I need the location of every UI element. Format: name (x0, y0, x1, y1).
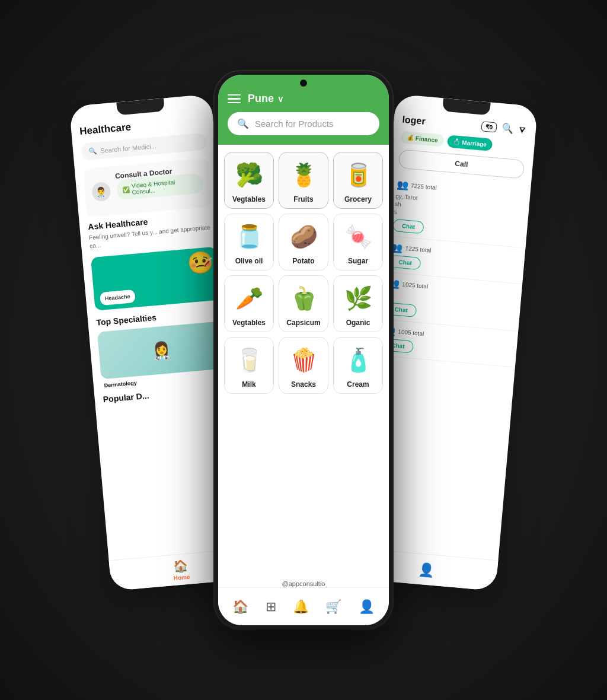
chat-btn-2[interactable]: Chat (389, 255, 421, 270)
expert-card-1: 👥 7225 total gy, Tarotshs Chat (384, 173, 531, 249)
chevron-down-icon: ∨ (277, 94, 283, 104)
expert-users-icon-2: 👥 (391, 241, 404, 254)
rupee-badge: ₹0 (481, 121, 497, 132)
phone-center-inner: Pune ∨ 🔍 Search for Products 🥦 Vegtables (218, 75, 389, 625)
nav-grid-icon: ⊞ (266, 599, 276, 615)
nav-cart-icon: 🛒 (325, 599, 341, 615)
scene: Healthcare 🔍 Search for Medici... 👨‍⚕️ C… (72, 53, 535, 647)
watermark: @appconsultio (282, 580, 325, 587)
product-card-vegetables[interactable]: 🥦 Vegtables (224, 152, 274, 209)
sugar-name: Sugar (348, 257, 368, 265)
center-notch (300, 79, 307, 87)
olive-oil-name: Olive oil (235, 257, 263, 265)
potato-image: 🥔 (285, 220, 322, 253)
chat-btn-1[interactable]: Chat (392, 219, 424, 234)
potato-name: Potato (292, 257, 314, 265)
grocery-image: 🥫 (339, 158, 377, 192)
symptom-chip: Headache (100, 289, 135, 306)
consult-avatar: 👨‍⚕️ (91, 182, 111, 202)
organic-image: 🌿 (339, 282, 377, 315)
symptom-figure: 🤒 (186, 249, 215, 276)
bloger-title: loger (402, 114, 426, 126)
milk-name: Milk (242, 380, 255, 389)
filter-icon[interactable]: ⛛ (517, 124, 528, 135)
consult-card[interactable]: 👨‍⚕️ Consult a Doctor ✅ Video & Hospital… (83, 158, 212, 217)
vegetables-2-name: Vegtables (232, 319, 266, 327)
marriage-icon: 💍 (453, 138, 461, 145)
nav-cart[interactable]: 🛒 (325, 599, 341, 615)
city-name: Pune (248, 93, 274, 105)
ask-healthcare: Ask Healthcare Feeling unwell? Tell us y… (88, 211, 215, 250)
expert-total-4: 1005 total (398, 328, 424, 337)
header-icons: ₹0 🔍 ⛛ (481, 120, 528, 136)
product-card-organic[interactable]: 🌿 Oganic (333, 275, 383, 332)
product-grid: 🥦 Vegtables 🍍 Fruits 🥫 Grocery (218, 145, 389, 577)
capsicum-name: Capsicum (286, 319, 320, 327)
expert-users-icon-1: 👥 (396, 179, 409, 191)
snacks-image: 🍿 (285, 343, 322, 377)
expert-total-3: 1025 total (402, 281, 429, 290)
symptom-card: 🤒 Headache (91, 247, 221, 311)
video-icon: ✅ (122, 186, 130, 193)
product-row-1: 🥦 Vegtables 🍍 Fruits 🥫 Grocery (224, 152, 383, 209)
product-card-snacks[interactable]: 🍿 Snacks (279, 337, 328, 394)
vegetables-image: 🥦 (230, 158, 268, 192)
product-row-4: 🥛 Milk 🍿 Snacks 🧴 Cream (224, 337, 383, 394)
vegetables-2-image: 🥕 (230, 282, 268, 315)
specialty-icon: 👩‍⚕️ (151, 339, 173, 361)
finance-icon: 💰 (407, 134, 414, 141)
center-bottom-nav: 🏠 ⊞ 🔔 🛒 👤 (218, 587, 389, 625)
organic-name: Oganic (346, 319, 370, 327)
specialty-card[interactable]: 👩‍⚕️ (97, 321, 226, 379)
nav-profile-icon: 👤 (359, 599, 375, 615)
milk-image: 🥛 (230, 343, 268, 377)
finance-label: Finance (415, 135, 438, 144)
nav-profile[interactable]: 👤 (359, 599, 375, 615)
call-label: Call (455, 160, 468, 169)
capsicum-image: 🫑 (285, 282, 322, 315)
home-icon: 🏠 (172, 558, 189, 574)
expert-total-2: 1225 total (405, 245, 432, 254)
cream-image: 🧴 (339, 343, 377, 377)
left-content: Healthcare 🔍 Search for Medici... 👨‍⚕️ C… (71, 107, 238, 412)
left-search-icon: 🔍 (88, 147, 97, 155)
vegetables-name: Vegtables (232, 195, 266, 203)
product-card-milk[interactable]: 🥛 Milk (224, 337, 274, 394)
product-card-grocery[interactable]: 🥫 Grocery (333, 152, 383, 209)
marriage-label: Marriage (462, 139, 487, 148)
cream-name: Cream (347, 380, 369, 389)
product-card-potato[interactable]: 🥔 Potato (279, 214, 328, 271)
search-icon[interactable]: 🔍 (501, 122, 514, 135)
product-card-fruits[interactable]: 🍍 Fruits (279, 152, 328, 209)
search-bar[interactable]: 🔍 Search for Products (228, 112, 379, 135)
nav-grid[interactable]: ⊞ (266, 599, 276, 615)
product-row-2: 🫙 Olive oil 🥔 Potato 🍬 Sugar (224, 214, 383, 271)
nav-home[interactable]: 🏠 (232, 599, 248, 615)
olive-oil-image: 🫙 (230, 220, 268, 253)
product-card-olive-oil[interactable]: 🫙 Olive oil (224, 214, 274, 271)
city-selector[interactable]: Pune ∨ (248, 93, 283, 105)
expert-list: 👥 7225 total gy, Tarotshs Chat 👥 1225 to… (373, 173, 531, 368)
left-search-placeholder: Search for Medici... (100, 142, 156, 154)
expert-total-1: 7225 total (410, 182, 437, 191)
search-placeholder: Search for Products (255, 119, 334, 129)
left-search-bar[interactable]: 🔍 Search for Medici... (81, 132, 207, 160)
fruits-name: Fruits (293, 195, 313, 203)
sugar-image: 🍬 (339, 220, 377, 253)
product-card-cream[interactable]: 🧴 Cream (333, 337, 383, 394)
header-top: Pune ∨ (228, 93, 379, 105)
right-nav-person-icon[interactable]: 👤 (417, 561, 435, 578)
product-card-sugar[interactable]: 🍬 Sugar (333, 214, 383, 271)
nav-bell-icon: 🔔 (293, 599, 309, 615)
product-row-3: 🥕 Vegtables 🫑 Capsicum 🌿 Oganic (224, 275, 383, 332)
nav-home-icon: 🏠 (232, 599, 248, 615)
product-card-capsicum[interactable]: 🫑 Capsicum (279, 275, 328, 332)
snacks-name: Snacks (291, 380, 316, 389)
product-card-vegetables-2[interactable]: 🥕 Vegtables (224, 275, 274, 332)
home-label: Home (173, 574, 190, 581)
hamburger-icon[interactable] (228, 94, 241, 104)
search-icon: 🔍 (237, 118, 249, 129)
left-nav-home[interactable]: 🏠 Home (172, 558, 190, 581)
grocery-name: Grocery (344, 195, 372, 203)
nav-bell[interactable]: 🔔 (293, 599, 309, 615)
